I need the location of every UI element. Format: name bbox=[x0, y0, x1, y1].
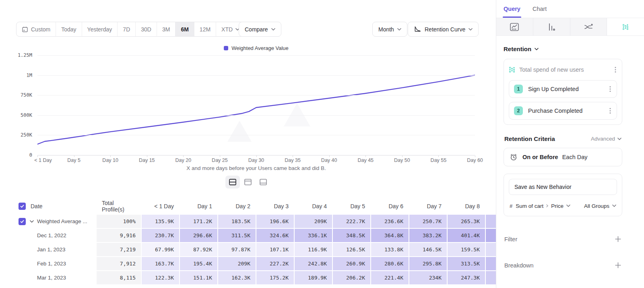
retention-value-cell[interactable]: 133.8K bbox=[371, 243, 409, 256]
retention-value-cell[interactable]: 67.99K bbox=[142, 243, 179, 256]
retention-value-cell[interactable]: 146.5K bbox=[409, 243, 447, 256]
retention-value-cell[interactable]: 348.5K bbox=[333, 229, 370, 242]
tab-chart[interactable]: Chart bbox=[533, 0, 547, 18]
retention-value-cell[interactable]: 171.2K bbox=[180, 215, 217, 228]
advanced-dropdown[interactable]: Advanced bbox=[591, 136, 621, 142]
retention-value-cell[interactable]: 175.2K bbox=[256, 271, 294, 284]
total-profiles-cell[interactable]: 7,912 bbox=[97, 257, 141, 270]
retention-value-cell[interactable]: 195.4K bbox=[180, 257, 217, 270]
retention-value-cell[interactable]: 280.6K bbox=[371, 257, 409, 270]
retention-value-cell[interactable]: 97.87K bbox=[218, 243, 256, 256]
add-breakdown-button[interactable] bbox=[615, 262, 621, 269]
retention-value-cell[interactable]: 401.4K bbox=[448, 229, 485, 242]
retention-value-cell[interactable]: 87.92K bbox=[180, 243, 217, 256]
layout-footer-row-button[interactable] bbox=[256, 176, 270, 189]
retention-value-cell[interactable]: 234K bbox=[409, 271, 447, 284]
retention-value-cell[interactable]: 313.5K bbox=[448, 257, 485, 270]
row-label: Weighted Average ... bbox=[37, 218, 87, 224]
retention-grid-icon bbox=[622, 24, 629, 30]
retention-value-cell[interactable]: 189.9K bbox=[295, 271, 332, 284]
range-12m[interactable]: 12M bbox=[194, 22, 216, 36]
retention-value-cell[interactable]: 324.6K bbox=[256, 229, 294, 242]
viewtab-insights-chart[interactable] bbox=[496, 18, 533, 35]
kebab-menu-icon[interactable] bbox=[614, 66, 617, 74]
viewtab-flows[interactable] bbox=[570, 18, 607, 35]
retention-timing-selector[interactable]: On or Before Each Day bbox=[504, 148, 622, 166]
panel-body: Retention Total spend of new users 1 Sig… bbox=[496, 46, 644, 269]
range-6m[interactable]: 6M bbox=[175, 22, 194, 36]
save-as-new-behavior-button[interactable]: Save as New Behavior bbox=[509, 179, 617, 195]
chart-legend[interactable]: Weighted Average Value bbox=[37, 45, 475, 51]
retention-value-cell[interactable]: 221.4K bbox=[371, 271, 409, 284]
retention-value-cell[interactable]: 247.3K bbox=[448, 271, 485, 284]
row-date-cell[interactable]: Dec 1, 2022 bbox=[0, 229, 96, 242]
retention-line-series[interactable] bbox=[37, 55, 475, 155]
range-yesterday[interactable]: Yesterday bbox=[82, 22, 118, 36]
kebab-menu-icon[interactable] bbox=[609, 85, 612, 93]
retention-value-cell[interactable]: 336.1K bbox=[295, 229, 332, 242]
group-dropdown[interactable]: All Groups bbox=[584, 203, 616, 209]
retention-value-cell[interactable]: 209K bbox=[295, 215, 332, 228]
add-filter-button[interactable] bbox=[615, 236, 621, 242]
behavior-step-1[interactable]: 1 Sign Up Completed bbox=[509, 80, 617, 98]
retention-value-cell[interactable]: 162.3K bbox=[218, 271, 256, 284]
retention-value-cell[interactable]: 222.7K bbox=[333, 215, 370, 228]
retention-value-cell[interactable]: 116.9K bbox=[295, 243, 332, 256]
row-date-cell[interactable]: Mar 1, 2023 bbox=[0, 271, 96, 284]
retention-value-cell[interactable]: 206.2K bbox=[333, 271, 370, 284]
total-profiles-cell[interactable]: 8,115 bbox=[97, 271, 141, 284]
row-date-cell[interactable]: Weighted Average ... bbox=[0, 215, 96, 228]
range-label: 12M bbox=[200, 26, 211, 33]
retention-value-cell[interactable]: 107.1K bbox=[256, 243, 294, 256]
tab-query[interactable]: Query bbox=[504, 0, 520, 18]
total-profiles-cell[interactable]: 7,219 bbox=[97, 243, 141, 256]
chart-type-button[interactable]: Retention Curve bbox=[408, 22, 479, 37]
total-profiles-cell[interactable]: 9,916 bbox=[97, 229, 141, 242]
retention-value-cell[interactable]: 295.8K bbox=[409, 257, 447, 270]
select-all-checkbox[interactable] bbox=[19, 203, 26, 210]
retention-value-cell[interactable]: 250.7K bbox=[409, 215, 447, 228]
range-3m[interactable]: 3M bbox=[157, 22, 175, 36]
range-today[interactable]: Today bbox=[56, 22, 82, 36]
retention-value-cell[interactable]: 122.3K bbox=[142, 271, 179, 284]
measure-property-dropdown[interactable]: Sum of cart Price bbox=[516, 203, 570, 209]
range-30d[interactable]: 30D bbox=[136, 22, 157, 36]
behavior-header[interactable]: Total spend of new users bbox=[509, 63, 617, 76]
range-7d[interactable]: 7D bbox=[118, 22, 136, 36]
retention-value-cell[interactable]: 135.9K bbox=[142, 215, 179, 228]
retention-value-cell[interactable]: 230.7K bbox=[142, 229, 179, 242]
x-axis-tick-label: Day 10 bbox=[102, 157, 118, 163]
row-date-cell[interactable]: Feb 1, 2023 bbox=[0, 257, 96, 270]
x-axis-tick-label: Day 15 bbox=[139, 157, 155, 163]
retention-value-cell[interactable]: 151.1K bbox=[180, 271, 217, 284]
granularity-button[interactable]: Month bbox=[372, 22, 407, 37]
row-date-cell[interactable]: Jan 1, 2023 bbox=[0, 243, 96, 256]
kebab-menu-icon[interactable] bbox=[609, 107, 612, 115]
layout-split-rows-button[interactable] bbox=[225, 176, 240, 189]
retention-value-cell[interactable]: 236.6K bbox=[371, 215, 409, 228]
retention-value-cell[interactable]: 227.2K bbox=[256, 257, 294, 270]
retention-value-cell[interactable]: 242.8K bbox=[295, 257, 332, 270]
range-custom[interactable]: Custom bbox=[17, 22, 56, 36]
range-label: 7D bbox=[123, 26, 130, 33]
compare-button[interactable]: Compare bbox=[239, 22, 281, 37]
layout-header-row-button[interactable] bbox=[241, 176, 255, 189]
retention-value-cell[interactable]: 260.9K bbox=[333, 257, 370, 270]
retention-value-cell[interactable]: 209K bbox=[218, 257, 256, 270]
total-profiles-cell[interactable]: 100% bbox=[97, 215, 141, 228]
retention-value-cell[interactable]: 126.5K bbox=[333, 243, 370, 256]
viewtab-retention-grid[interactable] bbox=[607, 18, 644, 35]
retention-value-cell[interactable]: 163.7K bbox=[142, 257, 179, 270]
behavior-step-2[interactable]: 2 Purchase Completed bbox=[509, 102, 617, 120]
retention-section-heading[interactable]: Retention bbox=[504, 46, 622, 52]
retention-value-cell[interactable]: 183.5K bbox=[218, 215, 256, 228]
retention-value-cell[interactable]: 311.5K bbox=[218, 229, 256, 242]
retention-value-cell[interactable]: 296.6K bbox=[180, 229, 217, 242]
retention-value-cell[interactable]: 196.6K bbox=[256, 215, 294, 228]
retention-value-cell[interactable]: 383.2K bbox=[409, 229, 447, 242]
retention-value-cell[interactable]: 265.3K bbox=[448, 215, 485, 228]
viewtab-bar-chart[interactable] bbox=[533, 18, 570, 35]
retention-value-cell[interactable]: 364.8K bbox=[371, 229, 409, 242]
retention-value-cell[interactable]: 159.5K bbox=[448, 243, 485, 256]
row-checkbox[interactable] bbox=[19, 218, 26, 225]
